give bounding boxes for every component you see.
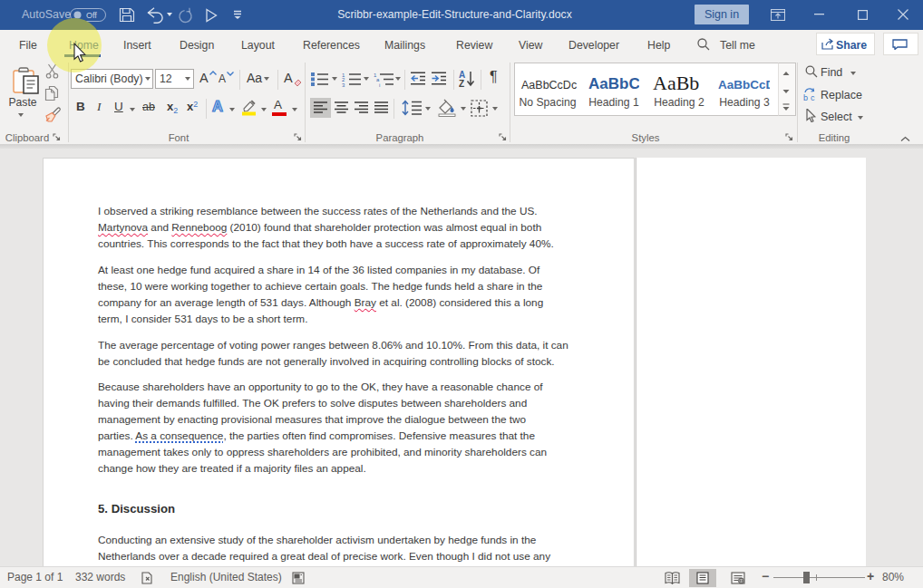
svg-text:b: b [803,93,808,101]
svg-text:3: 3 [342,82,345,88]
svg-text:c: c [811,93,815,101]
svg-text:i: i [379,82,380,88]
svg-text:Z: Z [459,79,464,88]
